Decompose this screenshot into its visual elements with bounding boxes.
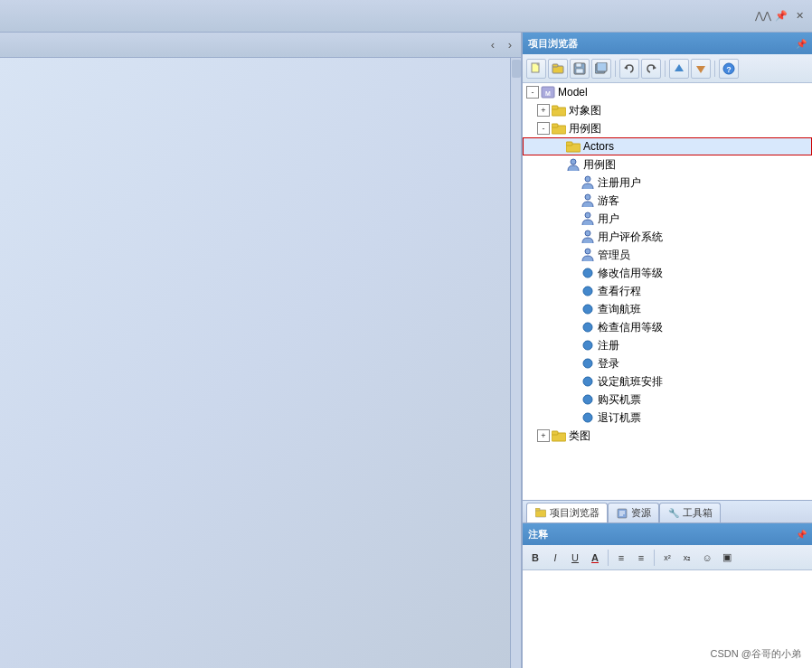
save-btn[interactable]: [570, 59, 590, 79]
pin-icon[interactable]: 📌: [774, 9, 788, 24]
tree-item-uc-login[interactable]: 登录: [523, 354, 812, 372]
expand-icon[interactable]: ⋀⋀: [756, 9, 770, 24]
toolbar-sep-1: [615, 61, 616, 77]
help-btn[interactable]: ?: [719, 59, 739, 79]
tree-item-actors[interactable]: Actors: [523, 137, 812, 155]
no-expander: [552, 158, 564, 171]
tree-item-actor-admin[interactable]: 管理员: [523, 246, 812, 264]
insert-btn[interactable]: ▣: [718, 549, 736, 567]
no-expander: [566, 285, 579, 297]
svg-rect-8: [597, 62, 607, 71]
tree-item-uc-register[interactable]: 注册: [523, 336, 812, 354]
tree-item-actor-user[interactable]: 用户: [523, 210, 812, 228]
no-expander: [566, 212, 579, 225]
actor-icon: [581, 212, 595, 226]
tree-label-admin: 管理员: [598, 248, 630, 263]
no-expander: [566, 176, 579, 189]
scroll-left-icon[interactable]: [486, 38, 500, 52]
new-btn[interactable]: [526, 59, 546, 79]
svg-point-25: [585, 194, 590, 200]
superscript-btn[interactable]: x²: [658, 549, 676, 567]
bold-btn[interactable]: B: [526, 549, 544, 567]
tree-item-uc-modify-credit[interactable]: 修改信用等级: [523, 264, 812, 282]
no-expander: [566, 339, 579, 352]
titlebar-icons: 📌: [796, 39, 807, 49]
underline-btn[interactable]: U: [566, 549, 584, 567]
tree-item-model[interactable]: - M Model: [523, 83, 812, 101]
usecase-icon: [581, 284, 595, 298]
project-tree[interactable]: - M Model + 对象图: [523, 83, 812, 500]
usecase-icon: [581, 356, 595, 371]
tree-label-registered: 注册用户: [598, 175, 641, 191]
tree-item-uc-view-itinerary[interactable]: 查看行程: [523, 282, 812, 300]
tree-label-register: 注册: [598, 338, 619, 353]
tree-item-uc-check-credit[interactable]: 检查信用等级: [523, 318, 812, 336]
object-diagram-expander[interactable]: +: [537, 104, 550, 117]
tree-label-model: Model: [558, 86, 588, 99]
svg-point-36: [583, 395, 592, 404]
class-diagram-expander[interactable]: +: [537, 429, 550, 442]
notes-sep-1: [608, 550, 609, 566]
use-case-diagram-expander[interactable]: -: [537, 122, 550, 135]
usecase-icon: [581, 410, 595, 425]
tree-item-uc-query-flight[interactable]: 查询航班: [523, 300, 812, 318]
toolbar-sep-3: [714, 61, 715, 77]
tab-toolbox[interactable]: 🔧 工具箱: [659, 503, 721, 522]
tab-resources[interactable]: 资源: [608, 503, 659, 522]
right-panel: 项目浏览器 📌: [523, 33, 812, 668]
svg-point-33: [583, 341, 592, 350]
usecase-icon: [581, 392, 595, 407]
usecase-icon: [581, 320, 595, 334]
editor-canvas[interactable]: [0, 58, 510, 668]
tree-item-uc-cancel-ticket[interactable]: 退订机票: [523, 409, 812, 427]
close-icon[interactable]: ✕: [792, 9, 807, 24]
subscript-btn[interactable]: x₂: [678, 549, 696, 567]
no-expander: [566, 231, 579, 243]
font-color-btn[interactable]: A: [586, 549, 604, 567]
model-icon: M: [541, 85, 555, 99]
move-up-btn[interactable]: [669, 59, 689, 79]
tree-item-use-case-diagram[interactable]: - 用例图: [523, 119, 812, 137]
tree-item-uc-buy-ticket[interactable]: 购买机票: [523, 390, 812, 409]
titlebar-pin-icon[interactable]: 📌: [796, 39, 807, 49]
editor-area-wrapper: [0, 58, 521, 668]
svg-text:M: M: [545, 90, 551, 97]
no-expander: [566, 249, 579, 261]
open-btn[interactable]: [548, 59, 568, 79]
tree-item-uc-set-schedule[interactable]: 设定航班安排: [523, 372, 812, 390]
save-all-btn[interactable]: [591, 59, 611, 79]
tree-item-usecase-root[interactable]: 用例图: [523, 155, 812, 174]
italic-btn[interactable]: I: [546, 549, 564, 567]
actor-icon: [581, 193, 595, 208]
svg-point-24: [585, 176, 590, 182]
scroll-right-icon[interactable]: [503, 38, 517, 52]
svg-rect-22: [566, 142, 572, 146]
move-down-btn[interactable]: [691, 59, 711, 79]
tree-item-actor-guest[interactable]: 游客: [523, 192, 812, 210]
notes-titlebar: 注释 📌: [523, 523, 812, 545]
tree-label-actors: Actors: [583, 140, 614, 153]
tree-item-class-diagram[interactable]: + 类图: [523, 427, 812, 445]
tree-label-cancel-ticket: 退订机票: [598, 410, 641, 426]
svg-point-29: [583, 268, 592, 278]
emoji-btn[interactable]: ☺: [698, 549, 716, 567]
top-toolbar-icons: ⋀⋀ 📌 ✕: [756, 9, 807, 24]
project-browser-title: 项目浏览器: [528, 37, 578, 51]
undo-btn[interactable]: [619, 59, 639, 79]
redo-btn[interactable]: [641, 59, 661, 79]
editor-scrollbar[interactable]: [510, 58, 521, 668]
tree-item-actor-rating[interactable]: 用户评价系统: [523, 228, 812, 246]
notes-content-area[interactable]: [523, 570, 812, 668]
svg-point-37: [583, 413, 592, 422]
top-toolbar: ⋀⋀ 📌 ✕: [0, 0, 812, 33]
align-right-btn[interactable]: ≡: [632, 549, 650, 567]
tree-item-object-diagram[interactable]: + 对象图: [523, 101, 812, 119]
notes-sep-2: [654, 550, 655, 566]
model-expander[interactable]: -: [526, 86, 539, 99]
tree-item-actor-registered[interactable]: 注册用户: [523, 174, 812, 192]
tree-label-set-schedule: 设定航班安排: [598, 374, 663, 390]
tab-project-browser[interactable]: 项目浏览器: [526, 503, 608, 522]
notes-pin-icon[interactable]: 📌: [796, 530, 807, 540]
browser-toolbar: ?: [523, 54, 812, 83]
align-left-btn[interactable]: ≡: [612, 549, 630, 567]
